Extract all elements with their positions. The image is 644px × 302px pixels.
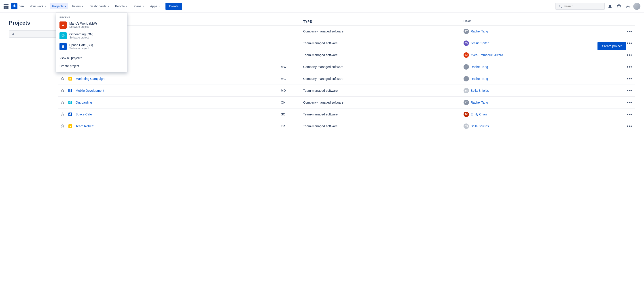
view-all-projects-link[interactable]: View all projects — [56, 54, 128, 62]
project-type-cell: Team-managed software — [303, 89, 464, 92]
project-name-link[interactable]: Onboarding — [76, 101, 92, 104]
project-name-link[interactable]: Mobile Development — [76, 89, 104, 92]
project-lead-cell: BS Bella Shields — [464, 124, 624, 129]
table-row[interactable]: Mario's World MW Company-managed softwar… — [58, 61, 635, 73]
star-button[interactable] — [58, 112, 67, 116]
lead-name-link[interactable]: Rachel Tang — [471, 77, 488, 80]
lead-avatar: BS — [464, 88, 469, 93]
create-project-button[interactable]: Create project — [598, 42, 626, 50]
user-avatar[interactable] — [633, 3, 640, 10]
lead-name-link[interactable]: Rachel Tang — [471, 101, 488, 104]
table-row[interactable]: Marketing Campaign MC Company-managed so… — [58, 73, 635, 85]
star-button[interactable] — [58, 101, 67, 104]
nav-filters[interactable]: Filters ▾ — [70, 3, 86, 10]
project-lead-cell: RT Rachel Tang — [464, 64, 624, 70]
star-empty-icon — [61, 77, 64, 80]
nav-apps[interactable]: Apps ▾ — [148, 3, 162, 10]
lead-name-link[interactable]: Emily Chan — [471, 112, 487, 116]
projects-dropdown: RECENT Mario's World (MW) Software proje… — [56, 12, 128, 72]
app-switcher-button[interactable] — [4, 4, 8, 9]
gear-icon — [626, 4, 630, 8]
nav-your-work[interactable]: Your work ▾ — [28, 3, 48, 10]
svg-rect-34 — [70, 113, 71, 114]
nav-people[interactable]: People ▾ — [113, 3, 130, 10]
project-type-cell: Team-managed software — [303, 124, 464, 128]
project-icon — [67, 99, 73, 106]
star-empty-icon — [61, 112, 64, 116]
nav-projects[interactable]: Projects ▾ — [50, 3, 68, 10]
project-lead-cell: RT Rachel Tang — [464, 76, 624, 82]
table-row[interactable]: Customer Experience Team-managed softwar… — [58, 37, 635, 49]
table-row[interactable]: Mobile Development MD Team-managed softw… — [58, 85, 635, 97]
project-key-cell: ON — [281, 101, 303, 104]
more-options-button[interactable]: ••• — [624, 76, 635, 82]
project-name-link[interactable]: Team Retreat — [76, 124, 94, 128]
dropdown-item-space-cafe[interactable]: Space Cafe (SC) Software project — [56, 41, 128, 52]
lead-name-link[interactable]: Jessie Spiteri — [471, 42, 489, 45]
svg-point-9 — [62, 35, 64, 36]
dropdown-item-onboarding[interactable]: Onboarding (ON) Software project — [56, 30, 128, 41]
star-button[interactable] — [58, 77, 67, 80]
nav-dashboards[interactable]: Dashboards ▾ — [87, 3, 111, 10]
lead-name-link[interactable]: Bella Shields — [471, 124, 489, 128]
more-options-button[interactable]: ••• — [624, 88, 635, 93]
jira-logo[interactable]: Jira — [11, 3, 24, 10]
project-lead-cell: BS Bella Shields — [464, 88, 624, 93]
lead-name-link[interactable]: Yves-Emmanuel Jutard — [471, 53, 503, 57]
marios-world-icon — [60, 22, 67, 29]
project-name-link[interactable]: Marketing Campaign — [76, 77, 104, 80]
table-row[interactable]: Content Design Company-managed software … — [58, 26, 635, 37]
nav-left: Jira Your work ▾ Projects ▾ Filters ▾ Da… — [4, 3, 182, 10]
project-key-cell: MC — [281, 77, 303, 80]
more-options-button[interactable]: ••• — [624, 100, 635, 105]
table-row[interactable]: Space Cafe SC Team-managed software EC E… — [58, 108, 635, 120]
more-options-button[interactable]: ••• — [624, 29, 635, 34]
onboarding-icon — [60, 32, 67, 39]
table-header: Name ↑ Type Lead — [58, 20, 635, 26]
lead-name-link[interactable]: Rachel Tang — [471, 30, 488, 33]
project-icon — [67, 76, 73, 82]
settings-button[interactable] — [624, 3, 632, 10]
project-type-cell: Company-managed software — [303, 101, 464, 104]
star-empty-icon — [61, 124, 64, 128]
project-key-cell: TR — [281, 124, 303, 128]
create-project-link[interactable]: Create project — [56, 62, 128, 70]
your-work-chevron-icon: ▾ — [45, 5, 46, 8]
more-options-button[interactable]: ••• — [624, 52, 635, 58]
sidebar-search[interactable] — [9, 30, 58, 38]
dropdown-item-marios-world[interactable]: Mario's World (MW) Software project — [56, 20, 128, 30]
project-key-cell: SC — [281, 112, 303, 116]
lead-avatar: YJ — [464, 52, 469, 58]
star-button[interactable] — [58, 89, 67, 92]
svg-line-2 — [561, 7, 562, 8]
lead-avatar: RT — [464, 29, 469, 34]
lead-name-link[interactable]: Bella Shields — [471, 89, 489, 92]
table-row[interactable]: Launch Planning Team-managed software YJ… — [58, 49, 635, 61]
create-button[interactable]: Create — [166, 3, 182, 10]
nav-plans[interactable]: Plans ▾ — [131, 3, 146, 10]
more-options-button[interactable]: ••• — [624, 112, 635, 117]
table-row[interactable]: Onboarding ON Company-managed software R… — [58, 97, 635, 108]
star-button[interactable] — [58, 124, 67, 128]
project-icon — [67, 111, 73, 118]
th-type: Type — [303, 20, 464, 23]
project-name-cell: Onboarding — [67, 99, 281, 106]
notifications-button[interactable] — [606, 3, 614, 10]
project-type-cell: Team-managed software — [303, 42, 464, 45]
th-lead[interactable]: Lead — [464, 20, 624, 23]
filters-chevron-icon: ▾ — [82, 5, 83, 8]
table-row[interactable]: Team Retreat TR Team-managed software BS… — [58, 120, 635, 132]
help-button[interactable] — [616, 3, 622, 10]
sidebar-search-input[interactable] — [16, 32, 56, 36]
dropdown-recent-label: RECENT — [56, 14, 128, 20]
more-options-button[interactable]: ••• — [624, 64, 635, 70]
onboarding-text: Onboarding (ON) Software project — [69, 32, 93, 39]
question-icon — [617, 4, 621, 8]
lead-name-link[interactable]: Rachel Tang — [471, 65, 488, 69]
search-box[interactable] — [556, 3, 605, 10]
more-options-button[interactable]: ••• — [624, 124, 635, 129]
projects-table: Content Design Company-managed software … — [58, 26, 635, 132]
project-name-cell: Team Retreat — [67, 123, 281, 129]
project-name-link[interactable]: Space Cafe — [76, 112, 92, 116]
search-input[interactable] — [564, 4, 602, 8]
